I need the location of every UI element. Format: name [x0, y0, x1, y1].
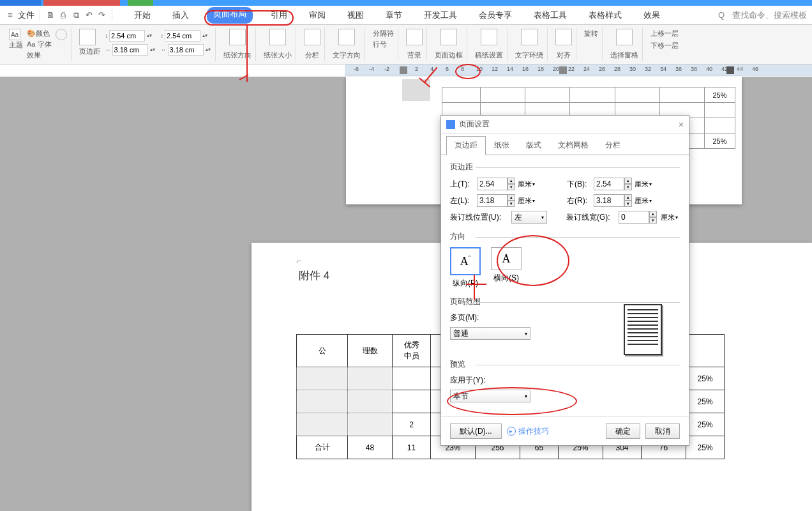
theme-color[interactable]: 🎨颜色 [27, 29, 52, 38]
redo-icon[interactable]: ↷ [96, 10, 107, 20]
theme-effect[interactable]: 效果 [27, 50, 52, 60]
dialog-icon [446, 120, 455, 129]
tab-home[interactable]: 开始 [130, 7, 154, 24]
tab-references[interactable]: 引用 [267, 7, 291, 24]
tab-section[interactable]: 章节 [382, 7, 406, 24]
gutter-position-select[interactable]: 左▾ [511, 211, 547, 224]
preview-icon[interactable]: ⧉ [71, 10, 81, 20]
ribbon-tabs: 开始 插入 页面布局 引用 审阅 视图 章节 开发工具 会员专享 表格工具 表格… [130, 7, 664, 24]
dialog-tab-margins[interactable]: 页边距 [446, 136, 486, 155]
ruler-tick: -4 [369, 66, 374, 72]
breaks-button[interactable]: 分隔符 [373, 29, 394, 38]
tab-segment[interactable] [128, 0, 153, 6]
ruler-tick: 32 [645, 66, 651, 72]
spin-up-icon[interactable]: ▴ [508, 178, 515, 184]
ruler-tick: 14 [507, 66, 513, 72]
tab-page-layout[interactable]: 页面布局 [207, 7, 253, 24]
tab-segment[interactable] [0, 0, 41, 6]
ruler-tick: 30 [629, 66, 636, 72]
tab-effect[interactable]: 效果 [640, 7, 664, 24]
page-setup-dialog: 页面设置 × 页边距 纸张 版式 文档网格 分栏 页边距 上(T): ▴▾ 厘米… [440, 115, 689, 446]
corner-mark: ⌐ [296, 256, 301, 266]
ribbon: Aa 主题 🎨颜色 Aa 字体 效果 页边距 ↕▴▾ ↔▴▾ [0, 25, 812, 65]
dialog-tab-columns[interactable]: 分栏 [597, 136, 629, 155]
margin-left-input[interactable] [477, 194, 508, 207]
ruler-tick: 8 [461, 66, 464, 72]
dialog-titlebar[interactable]: 页面设置 × [441, 116, 689, 133]
text-wrap-button[interactable] [521, 29, 538, 45]
dialog-tab-paper[interactable]: 纸张 [486, 136, 518, 155]
ruler-tick: 44 [737, 66, 743, 72]
tab-insert[interactable]: 插入 [169, 7, 193, 24]
tips-link[interactable]: ▸操作技巧 [507, 426, 549, 437]
dialog-tab-layout[interactable]: 版式 [518, 136, 550, 155]
orientation-landscape[interactable]: A 横向(S) [491, 247, 522, 289]
theme-group: Aa 主题 🎨颜色 Aa 字体 效果 [5, 27, 71, 61]
dialog-title: 页面设置 [459, 119, 490, 130]
default-button[interactable]: 默认(D)... [450, 423, 502, 439]
columns-button[interactable] [304, 29, 320, 45]
selection-pane-button[interactable] [616, 29, 633, 45]
dialog-tab-grid[interactable]: 文档网格 [550, 136, 597, 155]
margin-top-input[interactable] [109, 30, 145, 42]
tab-segment[interactable] [43, 0, 120, 6]
document-area: 25% 25% ⌐ 附件 4 公 理数 优秀中员 922325% 1443625… [0, 77, 812, 511]
multi-page-select[interactable]: 普通▾ [450, 327, 530, 340]
paper-size-button[interactable] [269, 29, 286, 45]
ok-button[interactable]: 确定 [606, 423, 640, 439]
ruler-indent-marker[interactable] [400, 66, 407, 74]
margins-icon[interactable] [79, 29, 96, 45]
cancel-button[interactable]: 取消 [645, 423, 680, 439]
orientation-portrait[interactable]: A 纵向(P) [450, 247, 481, 289]
blurred-content [402, 79, 430, 101]
margin-top-input[interactable] [477, 178, 508, 190]
tab-dev[interactable]: 开发工具 [420, 7, 461, 24]
search-box[interactable]: 查找命令、搜索模板 [732, 10, 807, 21]
ruler-tick: 36 [675, 66, 682, 72]
ruler-tick: 46 [752, 66, 758, 72]
ruler-tick: 28 [614, 66, 620, 72]
tab-table-tools[interactable]: 表格工具 [530, 7, 571, 24]
ruler-tick: 10 [476, 66, 483, 72]
close-icon[interactable]: × [679, 119, 684, 130]
save-icon[interactable]: 🗎 [45, 10, 56, 20]
gutter-width-input[interactable] [619, 211, 649, 224]
tab-table-style[interactable]: 表格样式 [585, 7, 626, 24]
spin-down-icon[interactable]: ▾ [508, 184, 515, 190]
table-header: 优秀中员 [393, 335, 431, 367]
print-icon[interactable]: ⎙ [58, 10, 68, 20]
background-button[interactable] [406, 29, 423, 45]
send-backward-button[interactable]: 下移一层 [650, 41, 679, 50]
ruler-tick: -6 [354, 66, 359, 72]
margin-right-input[interactable] [168, 44, 204, 56]
tab-view[interactable]: 视图 [343, 7, 368, 24]
ruler[interactable]: -6-4-22468101214161820222426283032343638… [345, 65, 812, 76]
window-tabs-bar [0, 0, 812, 6]
file-menu[interactable]: 文件 [18, 10, 34, 21]
ruler-tick: 40 [706, 66, 712, 72]
section-label: 预览 [450, 359, 680, 370]
ruler-indent-marker[interactable] [559, 66, 567, 74]
tab-vip[interactable]: 会员专享 [475, 7, 516, 24]
ruler-tick: 2 [415, 66, 418, 72]
rotate-button[interactable]: 旋转 [584, 29, 598, 38]
margin-bottom-input[interactable] [594, 178, 624, 190]
apply-to-select[interactable]: 本节▾ [450, 390, 530, 402]
menu-icon[interactable]: ≡ [5, 10, 15, 20]
undo-icon[interactable]: ↶ [84, 10, 94, 20]
page-border-button[interactable] [440, 29, 457, 45]
theme-font[interactable]: Aa 字体 [27, 40, 52, 49]
bring-forward-button[interactable]: 上移一层 [650, 29, 679, 38]
margin-left-input[interactable] [112, 44, 148, 56]
margin-right-input[interactable] [594, 194, 624, 207]
align-button[interactable] [555, 29, 572, 45]
tab-review[interactable]: 审阅 [305, 7, 329, 24]
orientation-button[interactable] [229, 29, 246, 45]
text-direction-button[interactable] [338, 29, 355, 45]
section-label: 页边距 [450, 162, 680, 172]
margin-bottom-input[interactable] [165, 30, 200, 42]
ruler-tick: 38 [691, 66, 697, 72]
table-header: 理数 [348, 335, 393, 367]
line-number-button[interactable]: 行号 [373, 40, 394, 49]
paper-settings-button[interactable] [481, 29, 497, 45]
